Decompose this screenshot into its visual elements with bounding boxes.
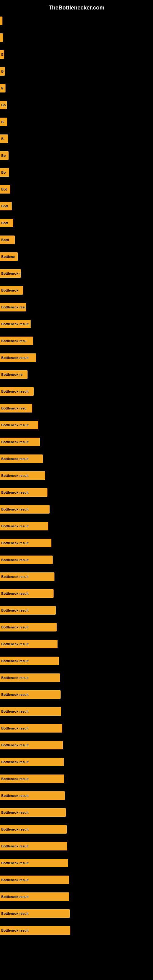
bar-label: Bottleneck result: [1, 541, 29, 545]
result-bar: Bottleneck result: [0, 875, 69, 884]
bar-row: [0, 12, 153, 29]
bar-label: Bottleneck result: [1, 676, 29, 679]
result-bar: Bottleneck re: [0, 370, 27, 379]
result-bar: B: [0, 118, 7, 126]
bar-label: B: [1, 70, 4, 73]
bar-row: Bottleneck result: [0, 686, 153, 703]
bar-row: [0, 29, 153, 46]
bar-label: Bottleneck result: [1, 659, 29, 663]
result-bar: Bottleneck result: [0, 455, 43, 463]
bar-label: E: [1, 52, 3, 56]
bar-label: Bottleneck re: [1, 373, 22, 376]
bar-label: Bottleneck result: [1, 440, 29, 444]
result-bar: Bottleneck resu: [0, 337, 33, 345]
result-bar: Bottleneck result: [0, 909, 70, 918]
bar-row: Bo: [0, 147, 153, 164]
result-bar: B: [0, 134, 8, 143]
result-bar: Bottleneck result: [0, 387, 33, 396]
bar-label: Bottleneck result: [1, 524, 29, 528]
result-bar: Bottleneck result: [0, 791, 65, 800]
result-bar: Bottleneck result: [0, 555, 53, 564]
bar-row: Bott: [0, 197, 153, 215]
result-bar: Bottleneck result: [0, 353, 36, 362]
result-bar: Bottleneck result: [0, 741, 63, 749]
bar-row: Bottleneck result: [0, 568, 153, 585]
result-bar: Bott: [0, 219, 13, 227]
bar-label: Bottleneck result: [1, 794, 29, 797]
bar-label: Bottl: [1, 238, 9, 242]
bar-label: Bottleneck result: [1, 844, 29, 848]
bar-row: B: [0, 113, 153, 130]
result-bar: Bottleneck result: [0, 488, 48, 497]
bar-label: B: [1, 120, 4, 124]
result-bar: Bottleneck result: [0, 673, 60, 682]
bar-row: Bottleneck re: [0, 366, 153, 383]
result-bar: Bottleneck result: [0, 522, 48, 530]
bar-row: Bottleneck resu: [0, 400, 153, 417]
result-bar: Bottleneck resu: [0, 303, 26, 312]
result-bar: Bo: [0, 168, 9, 177]
bars-container: EBEBoBBBoBoBotBottBottBottlBottleneBottl…: [0, 12, 153, 939]
result-bar: E: [0, 84, 5, 92]
bar-row: Bottleneck result: [0, 383, 153, 400]
result-bar: Bottleneck result: [0, 320, 30, 328]
bar-label: Bottleneck result: [1, 575, 29, 579]
bar-label: Bottleneck result: [1, 508, 29, 511]
result-bar: Bottleneck result: [0, 724, 62, 733]
bar-row: Bottleneck result: [0, 450, 153, 467]
bar-label: Bottleneck result: [1, 912, 29, 915]
bar-row: Bottl: [0, 231, 153, 248]
bar-row: Bottleneck result: [0, 669, 153, 686]
result-bar: [0, 33, 3, 42]
bar-label: Bottleneck result: [1, 895, 29, 899]
result-bar: Bottleneck result: [0, 690, 61, 699]
bar-row: Bottleneck result: [0, 737, 153, 753]
result-bar: Bottleneck result: [0, 471, 45, 480]
bar-label: Bottleneck result: [1, 726, 29, 730]
bar-row: Bottleneck: [0, 282, 153, 299]
bar-label: Bottleneck resu: [1, 406, 27, 410]
result-bar: Bottleneck result: [0, 842, 67, 850]
bar-row: E: [0, 80, 153, 97]
result-bar: Bottleneck result: [0, 808, 66, 817]
result-bar: [0, 16, 2, 25]
bar-row: Bot: [0, 181, 153, 197]
bar-row: Bottleneck result: [0, 433, 153, 450]
result-bar: Bottleneck result: [0, 539, 51, 547]
result-bar: Bottleneck result: [0, 438, 40, 446]
result-bar: Bot: [0, 185, 10, 194]
bar-label: Bottleneck resu: [1, 305, 26, 309]
bar-row: Bottleneck result: [0, 703, 153, 720]
bar-row: Bottleneck result: [0, 821, 153, 838]
result-bar: Bottleneck result: [0, 606, 56, 615]
bar-label: Bo: [1, 170, 6, 174]
result-bar: Bottleneck result: [0, 825, 67, 834]
bar-label: Bo: [1, 103, 6, 107]
bar-label: Bottleneck resu: [1, 339, 27, 343]
bar-row: Bottleneck result: [0, 501, 153, 517]
bar-label: Bottleneck result: [1, 474, 29, 477]
result-bar: Bo: [0, 151, 9, 160]
bar-row: Bo: [0, 164, 153, 181]
result-bar: Bottleneck result: [0, 421, 38, 430]
bar-label: Bottleneck result: [1, 693, 29, 697]
bar-row: Bottleneck result: [0, 349, 153, 366]
bar-row: Bottleneck result: [0, 804, 153, 821]
bar-row: E: [0, 46, 153, 63]
bar-label: Bottleneck result: [1, 457, 29, 461]
bar-label: Bott: [1, 204, 8, 208]
bar-label: Bottleneck result: [1, 878, 29, 882]
bar-label: Bott: [1, 221, 8, 225]
bar-label: Bottleneck result: [1, 811, 29, 814]
bar-label: Bottleneck result: [1, 642, 29, 646]
bar-label: Bottleneck result: [1, 743, 29, 747]
bar-label: Bottleneck result: [1, 423, 29, 427]
bar-row: Bottleneck result: [0, 838, 153, 854]
bar-row: Bott: [0, 215, 153, 231]
bar-row: Bottleneck result: [0, 315, 153, 332]
bar-row: Bottleneck result: [0, 417, 153, 433]
result-bar: Bottleneck result: [0, 623, 57, 632]
bar-row: Bottleneck result: [0, 652, 153, 669]
result-bar: Bottleneck result: [0, 926, 70, 935]
result-bar: Bottleneck result: [0, 589, 54, 598]
